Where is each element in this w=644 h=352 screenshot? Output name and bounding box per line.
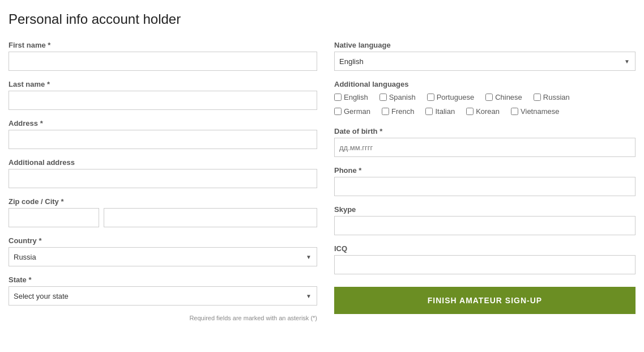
phone-group: Phone * <box>334 166 636 196</box>
phone-label: Phone * <box>334 166 636 175</box>
additional-languages-label: Additional languages <box>334 80 636 88</box>
zip-city-group: Zip code / City * <box>8 197 317 227</box>
lang-checkbox-portuguese[interactable] <box>427 94 434 101</box>
address-input[interactable] <box>8 130 317 149</box>
lang-item-vietnamese: Vietnamese <box>511 107 559 116</box>
last-name-group: Last name * <box>8 80 317 110</box>
lang-label-german[interactable]: German <box>344 107 370 116</box>
state-select-wrapper: Select your state <box>8 286 317 306</box>
language-row-1: English Spanish Portuguese Chinese Russi… <box>334 93 636 104</box>
lang-item-german: German <box>334 107 370 116</box>
lang-checkbox-english[interactable] <box>334 94 342 101</box>
zip-city-label: Zip code / City * <box>8 197 317 206</box>
country-select-wrapper: Russia United States Germany France Spai… <box>8 247 317 266</box>
lang-item-korean: Korean <box>466 107 500 116</box>
state-select[interactable]: Select your state <box>8 286 317 306</box>
zip-city-row <box>8 208 317 227</box>
native-language-label: Native language <box>334 41 636 49</box>
lang-item-chinese: Chinese <box>485 93 522 101</box>
last-name-label: Last name * <box>8 80 317 88</box>
required-note: Required fields are marked with an aster… <box>8 315 317 321</box>
dob-input[interactable] <box>334 138 636 157</box>
lang-checkbox-italian[interactable] <box>425 108 433 115</box>
additional-languages-section: Additional languages English Spanish Por… <box>334 80 636 118</box>
country-label: Country * <box>8 236 317 245</box>
language-row-2: German French Italian Korean Vietnamese <box>334 107 636 118</box>
zip-input-wrapper <box>8 208 99 227</box>
right-column: Native language English Spanish Portugue… <box>334 41 636 321</box>
left-column: First name * Last name * Address * Addit… <box>8 41 317 321</box>
lang-checkbox-vietnamese[interactable] <box>511 108 518 115</box>
phone-input[interactable] <box>334 177 636 196</box>
country-group: Country * Russia United States Germany F… <box>8 236 317 266</box>
lang-checkbox-korean[interactable] <box>466 108 474 115</box>
state-label: State * <box>8 275 317 284</box>
lang-label-italian[interactable]: Italian <box>435 107 455 116</box>
additional-address-input[interactable] <box>8 169 317 188</box>
icq-group: ICQ <box>334 244 636 274</box>
lang-label-spanish[interactable]: Spanish <box>389 93 416 101</box>
lang-label-french[interactable]: French <box>391 107 414 116</box>
lang-item-english: English <box>334 93 368 101</box>
additional-address-label: Additional address <box>8 158 317 167</box>
first-name-label: First name * <box>8 41 317 49</box>
state-group: State * Select your state <box>8 275 317 306</box>
lang-item-spanish: Spanish <box>379 93 416 101</box>
lang-checkbox-german[interactable] <box>334 108 342 115</box>
skype-label: Skype <box>334 205 636 214</box>
lang-checkbox-russian[interactable] <box>534 94 541 101</box>
lang-label-vietnamese[interactable]: Vietnamese <box>521 107 559 116</box>
lang-item-french: French <box>382 107 414 116</box>
lang-checkbox-french[interactable] <box>382 108 389 115</box>
native-language-group: Native language English Spanish Portugue… <box>334 41 636 71</box>
zip-input[interactable] <box>8 208 99 227</box>
lang-checkbox-chinese[interactable] <box>485 94 493 101</box>
lang-label-chinese[interactable]: Chinese <box>495 93 522 101</box>
address-group: Address * <box>8 119 317 149</box>
native-language-select[interactable]: English Spanish Portuguese Chinese Russi… <box>334 52 636 71</box>
city-input-wrapper <box>104 208 317 227</box>
lang-label-english[interactable]: English <box>344 93 368 101</box>
lang-item-portuguese: Portuguese <box>427 93 475 101</box>
dob-group: Date of birth * <box>334 127 636 157</box>
icq-label: ICQ <box>334 244 636 253</box>
lang-item-russian: Russian <box>534 93 570 101</box>
lang-label-korean[interactable]: Korean <box>476 107 500 116</box>
skype-input[interactable] <box>334 216 636 235</box>
lang-label-portuguese[interactable]: Portuguese <box>437 93 475 101</box>
icq-input[interactable] <box>334 255 636 274</box>
lang-label-russian[interactable]: Russian <box>543 93 570 101</box>
finish-signup-button[interactable]: FINISH AMATEUR SIGN-UP <box>334 287 636 314</box>
first-name-group: First name * <box>8 41 317 71</box>
skype-group: Skype <box>334 205 636 235</box>
lang-item-italian: Italian <box>425 107 455 116</box>
last-name-input[interactable] <box>8 91 317 110</box>
additional-address-group: Additional address <box>8 158 317 188</box>
page-title: Personal info account holder <box>8 11 636 27</box>
country-select[interactable]: Russia United States Germany France Spai… <box>8 247 317 266</box>
lang-checkbox-spanish[interactable] <box>379 94 387 101</box>
first-name-input[interactable] <box>8 52 317 71</box>
address-label: Address * <box>8 119 317 128</box>
city-input[interactable] <box>104 208 317 227</box>
dob-label: Date of birth * <box>334 127 636 135</box>
native-language-select-wrapper: English Spanish Portuguese Chinese Russi… <box>334 52 636 71</box>
